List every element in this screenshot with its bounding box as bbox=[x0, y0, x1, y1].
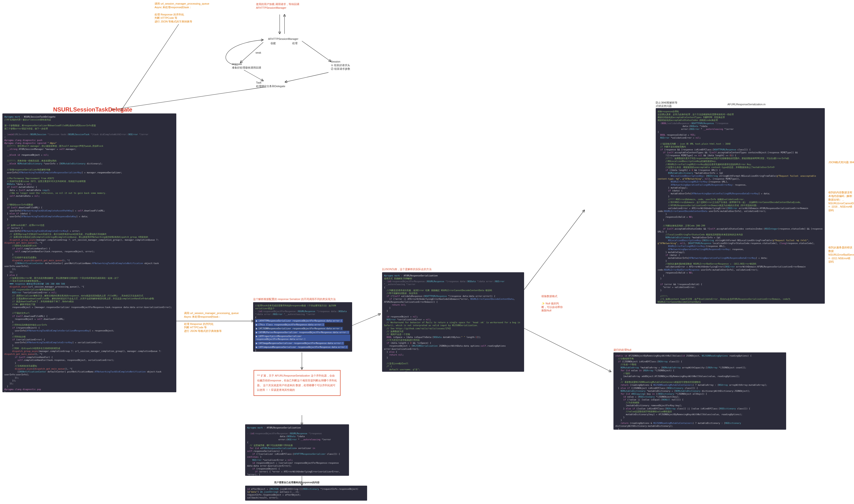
node-user: 使用的用户加载 调用请求，等待回调 AFHTTPSessionManager bbox=[256, 2, 299, 10]
note-1016: 收到的内容数据没有本地内容编码（解析数据出错），NSURLErrorCannot… bbox=[829, 191, 853, 212]
code-block-serializer-popup: //处理task任务完成后需要序列化的response数据 (子类会重写该方法)… bbox=[253, 302, 352, 352]
title-null-recurse: 递归的处理Null bbox=[613, 348, 631, 352]
title-json-impl: 以JSON为例，这个是解析的实际走的方法 bbox=[382, 267, 432, 271]
code-block-json-serializer: #pragma mark - AFURLResponseSerializatio… bbox=[382, 272, 524, 372]
node-session: Session ① 组装好请求头 ② 组装请求参数 bbox=[331, 60, 350, 71]
edge-label-weak: weak bbox=[256, 51, 261, 55]
caption-user-handle: 用户需要自己处理最终的Response的内容 bbox=[274, 481, 319, 484]
title-3840-l1: 防止3840客解析等 bbox=[656, 101, 677, 105]
code-block-null-removal: static id AFJSONObjectByRemovingKeysWith… bbox=[613, 353, 786, 430]
edge-label-create: 创建 bbox=[271, 41, 276, 45]
node-manager: AFHTTPSessionManager bbox=[268, 37, 298, 41]
svg-line-6 bbox=[111, 87, 266, 110]
note-validate: 校验数据格式 ✨ Null 值的判 断，可以自动帮你 剔除Null bbox=[541, 294, 563, 312]
node-delegate: delegate 准备好处理接收调用回调 bbox=[232, 62, 261, 70]
diagram-canvas: 使用的用户加载 调用请求，等待回调 AFHTTPSessionManager A… bbox=[0, 0, 854, 504]
svg-line-7 bbox=[121, 24, 179, 111]
code-block-validate: 校验response合理性 这是要认真看，反而几处操作处理，这个方法是根据响应需… bbox=[656, 108, 825, 304]
svg-line-5 bbox=[244, 70, 263, 81]
note-processing-queue-2: 调用 url_session_manager_processing_queue … bbox=[184, 311, 239, 333]
note-1011: 收到从服务器的错误数据 NSURLErrorBadServerResponse … bbox=[829, 246, 853, 264]
title-file: AFURLResponseSerialization.m bbox=[728, 103, 766, 106]
node-task: Task 处理绑定任务和Delegate bbox=[256, 81, 285, 88]
code-block-footer: id afterObject = [MHJSON jsonWithString:… bbox=[245, 486, 367, 501]
edge-label-handle: 处理 bbox=[292, 41, 298, 45]
svg-line-14 bbox=[524, 328, 611, 372]
svg-line-12 bbox=[351, 314, 380, 326]
svg-line-4 bbox=[285, 72, 329, 82]
svg-line-13 bbox=[524, 210, 585, 290]
code-block-delegate: #pragma mark - NSURLSessionTaskDelegate … bbox=[2, 113, 176, 392]
svg-line-2 bbox=[302, 41, 331, 61]
note-processing-queue-1: 调用 url_session_manager_processing_queue … bbox=[155, 2, 209, 23]
code-block-generic-serializer: #pragma mark - AFURLResponseSerializatio… bbox=[245, 424, 349, 476]
note-serialization-ext: *** 扩展，关于 AFURLResponseSerialization 这个序… bbox=[254, 370, 341, 396]
note-json-3840: JSON格式有问题 3840 bbox=[829, 161, 854, 164]
title-3840-l2: 式错误类问题 bbox=[656, 104, 672, 108]
section-title: NSURLSessionTaskDelegate bbox=[53, 106, 132, 113]
title-serializer-variant: 这个解析根据配置的 response Serializer 的不同调用不同的类实… bbox=[253, 298, 336, 301]
